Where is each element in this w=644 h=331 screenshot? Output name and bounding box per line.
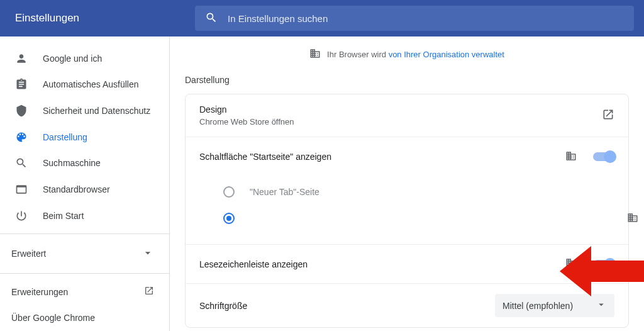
home-button-title: Schaltfläche "Startseite" anzeigen [199, 152, 565, 162]
sidebar-advanced[interactable]: Erweitert [0, 239, 169, 267]
browser-icon [15, 183, 28, 196]
radio-new-tab-label: "Neuer Tab"-Seite [250, 187, 319, 197]
chevron-down-icon [142, 247, 154, 261]
font-size-select[interactable]: Mittel (empfohlen) [495, 294, 614, 317]
font-size-value: Mittel (empfohlen) [502, 301, 573, 311]
clipboard-icon [15, 78, 28, 91]
content-area: Ihr Browser wird von Ihrer Organisation … [170, 36, 644, 331]
sidebar-item-appearance[interactable]: Darstellung [0, 124, 169, 150]
row-font-size: Schriftgröße Mittel (empfohlen) [186, 284, 628, 327]
font-size-title: Schriftgröße [199, 301, 495, 311]
bookmarks-bar-toggle[interactable] [593, 260, 614, 269]
sidebar-item-autofill[interactable]: Automatisches Ausfüllen [0, 72, 169, 98]
sidebar-item-security[interactable]: Sicherheit und Datenschutz [0, 98, 169, 124]
chevron-down-icon [596, 299, 607, 312]
sidebar-item-search[interactable]: Suchmaschine [0, 150, 169, 177]
magnify-icon [15, 157, 28, 169]
radio-new-tab[interactable]: "Neuer Tab"-Seite [223, 179, 614, 205]
sidebar-item-label: Suchmaschine [43, 158, 101, 168]
external-link-icon [144, 286, 154, 298]
search-bar[interactable] [195, 6, 634, 31]
shield-icon [15, 104, 28, 117]
divider [0, 233, 169, 234]
divider [0, 273, 169, 274]
sidebar-extensions[interactable]: Erweiterungen [0, 279, 169, 305]
building-icon [627, 212, 638, 225]
radio-icon [223, 213, 235, 224]
building-icon [309, 48, 321, 61]
home-button-radio-group: "Neuer Tab"-Seite [186, 176, 628, 245]
sidebar-item-google[interactable]: Google und ich [0, 45, 169, 72]
sidebar-item-label: Standardbrowser [43, 184, 110, 194]
search-icon [205, 11, 218, 26]
design-title: Design [199, 104, 602, 115]
building-icon [565, 257, 577, 271]
person-icon [15, 52, 28, 65]
row-home-button: Schaltfläche "Startseite" anzeigen [186, 137, 628, 176]
home-button-toggle[interactable] [593, 152, 614, 161]
external-link-icon [602, 108, 614, 123]
sidebar-item-startup[interactable]: Beim Start [0, 203, 169, 229]
bookmarks-bar-title: Lesezeichenleiste anzeigen [199, 259, 565, 269]
page-title: Einstellungen [0, 12, 189, 25]
row-bookmarks-bar: Lesezeichenleiste anzeigen [186, 245, 628, 284]
org-managed-notice: Ihr Browser wird von Ihrer Organisation … [170, 36, 644, 72]
building-icon [565, 150, 577, 164]
power-icon [15, 210, 28, 222]
palette-icon [15, 131, 28, 143]
search-input[interactable] [228, 13, 624, 24]
sidebar-item-default-browser[interactable]: Standardbrowser [0, 176, 169, 203]
sidebar-item-label: Beim Start [43, 211, 84, 221]
settings-header: Einstellungen [0, 0, 644, 36]
sidebar-item-label: Google und ich [43, 53, 102, 64]
sidebar-item-label: Automatisches Ausfüllen [43, 79, 139, 89]
org-notice-link[interactable]: von Ihrer Organisation verwaltet [389, 50, 504, 59]
radio-custom-url-input[interactable] [250, 214, 375, 223]
about-label: Über Google Chrome [11, 313, 95, 323]
sidebar-item-label: Sicherheit und Datenschutz [43, 106, 150, 116]
org-notice-text: Ihr Browser wird von Ihrer Organisation … [327, 50, 504, 59]
sidebar: Google und ich Automatisches Ausfüllen S… [0, 36, 170, 331]
advanced-label: Erweitert [11, 249, 46, 259]
design-subtitle: Chrome Web Store öffnen [199, 117, 602, 126]
radio-custom-url[interactable] [223, 205, 614, 232]
appearance-section-title: Darstellung [170, 72, 644, 94]
sidebar-item-label: Darstellung [43, 132, 87, 142]
row-design[interactable]: Design Chrome Web Store öffnen [186, 94, 628, 137]
radio-icon [223, 186, 235, 198]
appearance-card: Design Chrome Web Store öffnen Schaltflä… [185, 94, 629, 328]
extensions-label: Erweiterungen [11, 287, 68, 297]
sidebar-about[interactable]: Über Google Chrome [0, 305, 169, 331]
